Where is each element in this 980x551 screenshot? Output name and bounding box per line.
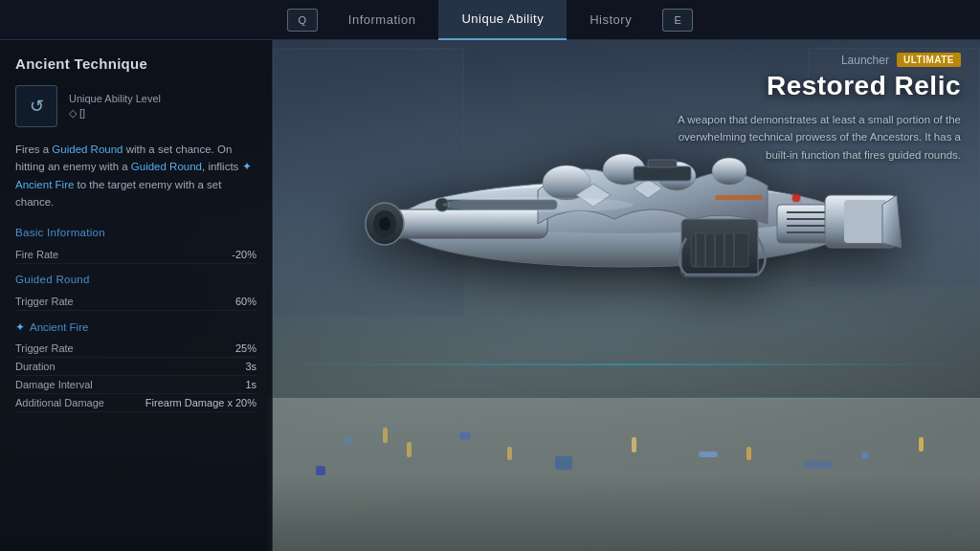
ability-level-label: Unique Ability Level (69, 93, 161, 104)
debris-9 (316, 466, 325, 475)
stat-additional-damage: Additional Damage Firearm Damage x 20% (15, 394, 256, 412)
basic-info-header: Basic Information (15, 227, 256, 238)
trigger-rate-2-value: 25% (235, 342, 256, 354)
floor-area (268, 398, 980, 551)
stat-damage-interval: Damage Interval 1s (15, 376, 256, 394)
debris-8 (699, 452, 718, 457)
ability-level-info: Unique Ability Level ◇ [] (69, 93, 161, 120)
debris-6 (555, 456, 572, 470)
svg-point-5 (379, 217, 390, 231)
trigger-rate-1-label: Trigger Rate (15, 296, 74, 307)
svg-rect-13 (691, 233, 748, 267)
stat-fire-rate: Fire Rate -20% (15, 246, 256, 264)
tab-history[interactable]: History (567, 0, 655, 40)
top-navigation: Q Information Unique Ability History E (0, 0, 980, 40)
ability-description: Fires a Guided Round with a set chance. … (15, 141, 256, 211)
desc-part1: Fires a (15, 143, 52, 155)
damage-interval-value: 1s (245, 379, 256, 390)
svg-rect-31 (715, 195, 763, 200)
stat-trigger-rate-2: Trigger Rate 25% (15, 340, 256, 358)
debris-12 (861, 452, 869, 459)
tab-unique-ability[interactable]: Unique Ability (438, 0, 567, 40)
weapon-title: Restored Relic (664, 71, 961, 101)
debris-7 (632, 437, 636, 452)
desc-guided-1: Guided Round (52, 143, 122, 155)
debris-4 (459, 432, 471, 440)
stat-duration: Duration 3s (15, 358, 256, 376)
stat-trigger-rate-1: Trigger Rate 60% (15, 293, 256, 311)
weapon-type-row: Launcher Ultimate (664, 53, 961, 67)
trigger-rate-1-value: 60% (235, 296, 256, 307)
svg-rect-25 (844, 200, 887, 243)
fire-icon: ✦ (15, 320, 25, 334)
debris-5 (507, 447, 512, 460)
svg-point-32 (792, 194, 800, 202)
ultimate-badge: Ultimate (897, 53, 961, 67)
key-e[interactable]: E (662, 9, 693, 32)
debris-11 (804, 461, 833, 469)
debris-3 (407, 442, 412, 457)
fire-rate-label: Fire Rate (15, 249, 58, 260)
debris-1 (345, 437, 352, 445)
right-info-panel: Launcher Ultimate Restored Relic A weapo… (664, 53, 961, 164)
weapon-description: A weapon that demonstrates at least a sm… (664, 111, 961, 164)
duration-value: 3s (245, 361, 256, 372)
additional-damage-value: Firearm Damage x 20% (145, 397, 256, 408)
ancient-fire-label: Ancient Fire (30, 321, 88, 333)
additional-damage-label: Additional Damage (15, 397, 104, 408)
left-panel: Ancient Technique ↺ Unique Ability Level… (0, 40, 273, 551)
duration-label: Duration (15, 361, 56, 372)
ability-level-value: ◇ [] (69, 107, 161, 120)
debris-13 (919, 437, 924, 452)
fire-rate-value: -20% (232, 249, 256, 260)
panel-title: Ancient Technique (15, 55, 256, 72)
ability-icon: ↺ (15, 85, 57, 127)
svg-rect-26 (634, 166, 691, 181)
guided-round-header: Guided Round (15, 274, 256, 285)
svg-point-30 (442, 197, 634, 212)
key-q[interactable]: Q (287, 9, 318, 32)
desc-guided-2: Guided Round (131, 161, 202, 172)
ability-level-box: ↺ Unique Ability Level ◇ [] (15, 85, 256, 127)
damage-interval-label: Damage Interval (15, 379, 93, 390)
ability-symbol: ↺ (30, 96, 44, 117)
debris-2 (383, 428, 388, 443)
ancient-fire-header: ✦ Ancient Fire (15, 320, 256, 334)
tab-information[interactable]: Information (325, 0, 439, 40)
debris-10 (746, 447, 751, 460)
weapon-type-label: Launcher (841, 54, 889, 67)
desc-part3: , inflicts (202, 161, 242, 172)
trigger-rate-2-label: Trigger Rate (15, 342, 74, 354)
